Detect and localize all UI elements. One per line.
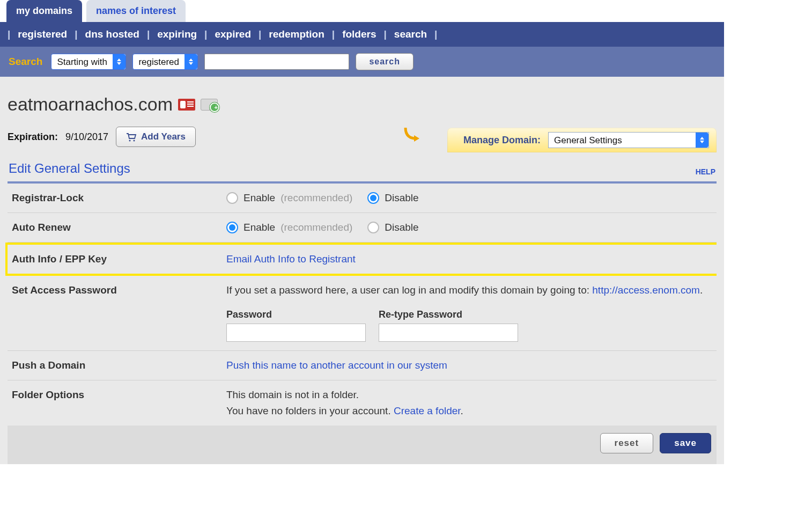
create-folder-link[interactable]: Create a folder	[394, 405, 461, 416]
auto-renew-enable[interactable]: Enable (recommended)	[226, 222, 352, 233]
row-auth-info: Auth Info / EPP Key Email Auth Info to R…	[5, 243, 717, 276]
retype-password-input[interactable]	[379, 324, 518, 342]
reset-button[interactable]: reset	[600, 433, 654, 453]
auto-renew-disable[interactable]: Disable	[367, 222, 418, 233]
help-link[interactable]: HELP	[696, 167, 715, 176]
radio-label: Disable	[385, 192, 418, 204]
section-title: Edit General Settings	[9, 161, 130, 176]
subnav-search[interactable]: search	[387, 28, 434, 40]
row-folder-options: Folder Options This domain is not in a f…	[8, 380, 717, 426]
subnav: | registered | dns hosted | expiring | e…	[0, 22, 724, 47]
subnav-redemption[interactable]: redemption	[261, 28, 331, 40]
password-fields: Password Re-type Password	[226, 309, 712, 342]
auto-renew-radio-group: Enable (recommended) Disable	[226, 222, 712, 233]
tab-my-domains[interactable]: my domains	[6, 0, 82, 22]
section-title-row: Edit General Settings HELP	[8, 151, 717, 181]
radio-icon	[226, 192, 238, 204]
searchbar-label: Search	[9, 56, 42, 68]
search-filter-select[interactable]: Starting with	[51, 54, 126, 70]
id-card-icon[interactable]	[178, 99, 195, 111]
searchbar: Search Starting with registered search	[0, 47, 724, 77]
domain-name: eatmoarnachos.com	[8, 94, 173, 115]
subnav-registered[interactable]: registered	[10, 28, 75, 40]
manage-domain-bar: Manage Domain: General Settings	[447, 128, 717, 152]
row-registrar-lock: Registrar-Lock Enable (recommended) Disa…	[8, 184, 717, 213]
radio-icon	[367, 192, 379, 204]
auto-renew-label: Auto Renew	[12, 222, 226, 233]
subnav-expired[interactable]: expired	[207, 28, 259, 40]
folder-options-label: Folder Options	[12, 389, 226, 401]
folder-line2: You have no folders in your account.	[226, 405, 394, 416]
manage-area: Manage Domain: General Settings	[8, 124, 717, 151]
domain-header: eatmoarnachos.com +	[8, 94, 717, 115]
access-enom-link[interactable]: http://access.enom.com	[592, 284, 700, 296]
registrar-lock-disable[interactable]: Disable	[367, 192, 418, 204]
manage-domain-label: Manage Domain:	[463, 135, 541, 146]
content-area: eatmoarnachos.com + Expiration: 9/10/201…	[0, 77, 724, 464]
save-button[interactable]: save	[660, 433, 711, 453]
manage-domain-select[interactable]: General Settings	[548, 132, 709, 148]
push-domain-link[interactable]: Push this name to another account in our…	[226, 360, 447, 371]
radio-label: Disable	[385, 222, 418, 233]
search-input[interactable]	[204, 54, 349, 70]
row-auto-renew: Auto Renew Enable (recommended) Disable	[8, 213, 717, 243]
period: .	[461, 405, 463, 416]
registrar-lock-enable[interactable]: Enable (recommended)	[226, 192, 352, 204]
registrar-lock-radio-group: Enable (recommended) Disable	[226, 192, 712, 204]
retype-password-label: Re-type Password	[379, 309, 518, 320]
action-bar: reset save	[8, 426, 717, 464]
tab-names-of-interest[interactable]: names of interest	[86, 0, 186, 22]
subnav-dns-hosted[interactable]: dns hosted	[78, 28, 147, 40]
subnav-folders[interactable]: folders	[335, 28, 383, 40]
set-password-label: Set Access Password	[12, 284, 226, 296]
add-card-icon[interactable]: +	[201, 99, 218, 111]
search-status-select-input[interactable]: registered	[133, 55, 197, 69]
subnav-expiring[interactable]: expiring	[150, 28, 204, 40]
period: .	[700, 284, 703, 296]
search-status-select[interactable]: registered	[132, 54, 198, 70]
recommended-text: (recommended)	[280, 222, 352, 233]
registrar-lock-label: Registrar-Lock	[12, 192, 226, 204]
search-filter-select-input[interactable]: Starting with	[51, 55, 126, 69]
row-set-password: Set Access Password If you set a passwor…	[8, 276, 717, 351]
radio-icon	[367, 222, 379, 233]
set-password-text: If you set a password here, a user can l…	[226, 284, 592, 296]
recommended-text: (recommended)	[280, 192, 352, 204]
radio-icon	[226, 222, 238, 233]
manage-domain-select-input[interactable]: General Settings	[549, 133, 708, 148]
password-label: Password	[226, 309, 366, 320]
row-push-domain: Push a Domain Push this name to another …	[8, 351, 717, 380]
radio-label: Enable	[243, 222, 275, 233]
email-auth-info-link[interactable]: Email Auth Info to Registrant	[226, 253, 356, 265]
push-domain-label: Push a Domain	[12, 360, 226, 371]
subnav-sep: |	[434, 28, 437, 40]
search-button[interactable]: search	[356, 53, 414, 70]
radio-label: Enable	[243, 192, 275, 204]
auth-info-label: Auth Info / EPP Key	[12, 253, 226, 265]
top-tabs: my domains names of interest	[0, 0, 724, 22]
curved-arrow-icon	[402, 124, 422, 145]
folder-line1: This domain is not in a folder.	[226, 389, 712, 401]
password-input[interactable]	[226, 324, 366, 342]
